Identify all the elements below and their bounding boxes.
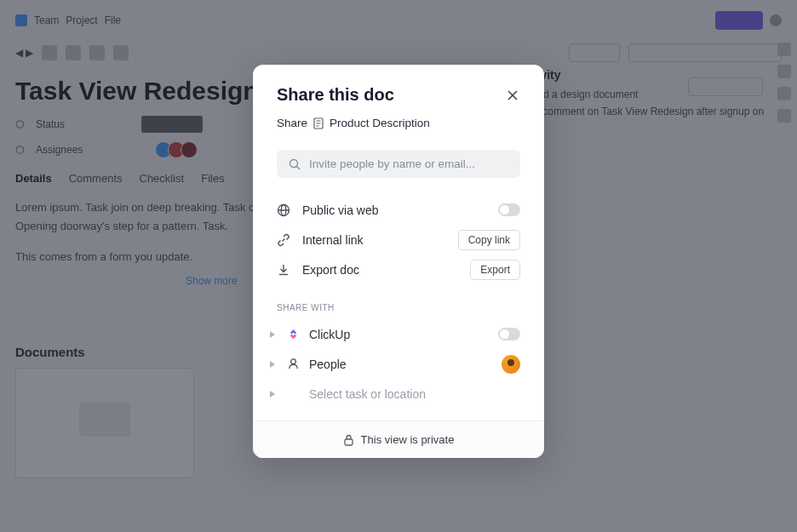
- modal-footer: This view is private: [253, 420, 544, 458]
- avatar: [502, 355, 520, 374]
- document-icon: [313, 117, 324, 129]
- caret-icon: [270, 391, 277, 398]
- download-icon: [277, 263, 290, 277]
- svg-marker-13: [270, 331, 275, 338]
- modal-title: Share this doc: [277, 85, 394, 105]
- export-button[interactable]: Export: [470, 260, 520, 280]
- svg-marker-14: [270, 361, 275, 368]
- public-toggle[interactable]: [498, 203, 520, 216]
- share-with-section-label: SHARE WITH: [253, 291, 544, 319]
- svg-rect-17: [345, 439, 353, 445]
- share-people-label: People: [309, 358, 493, 371]
- modal-overlay[interactable]: Share this doc Share Product Description: [0, 0, 797, 532]
- caret-icon: [270, 361, 277, 368]
- option-internal-link: Internal link Copy link: [277, 225, 520, 255]
- invite-input[interactable]: [309, 157, 508, 170]
- breadcrumb-doc-name: Product Description: [330, 117, 430, 129]
- option-export-label: Export doc: [302, 263, 458, 277]
- share-select-task[interactable]: Select task or location: [270, 379, 520, 409]
- footer-text: This view is private: [361, 433, 455, 446]
- svg-line-7: [297, 166, 301, 169]
- close-button[interactable]: [505, 88, 520, 103]
- caret-icon: [270, 331, 277, 338]
- share-modal: Share this doc Share Product Description: [253, 65, 544, 458]
- person-icon: [285, 357, 301, 372]
- clickup-toggle[interactable]: [498, 328, 520, 340]
- share-with-people[interactable]: People: [270, 349, 520, 379]
- svg-point-6: [290, 159, 298, 167]
- option-export: Export doc Export: [277, 255, 520, 284]
- search-icon: [289, 158, 301, 170]
- lock-icon: [343, 434, 354, 446]
- svg-point-15: [290, 359, 295, 364]
- share-with-clickup[interactable]: ClickUp: [270, 319, 520, 349]
- close-icon: [507, 89, 519, 101]
- globe-icon: [277, 203, 290, 217]
- option-public-web: Public via web: [277, 195, 520, 225]
- option-internal-label: Internal link: [302, 233, 446, 247]
- share-select-task-label: Select task or location: [309, 387, 520, 401]
- breadcrumb-share: Share: [277, 117, 307, 129]
- invite-search[interactable]: [277, 150, 520, 178]
- copy-link-button[interactable]: Copy link: [458, 230, 520, 250]
- svg-marker-16: [270, 391, 275, 398]
- option-public-label: Public via web: [302, 203, 486, 217]
- clickup-icon: [285, 327, 301, 342]
- link-icon: [277, 233, 290, 247]
- share-clickup-label: ClickUp: [309, 328, 490, 341]
- breadcrumb: Share Product Description: [277, 117, 520, 129]
